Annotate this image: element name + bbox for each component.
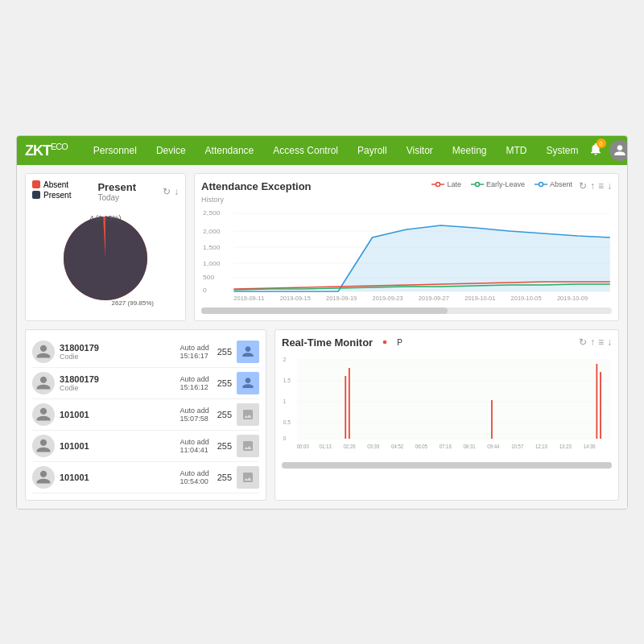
activity-num-2: 255 [217, 378, 232, 388]
svg-text:500: 500 [203, 274, 215, 281]
attendance-scrollbar[interactable] [201, 308, 612, 314]
user-avatar[interactable] [609, 140, 628, 161]
present-legend: Absent Present [32, 180, 71, 200]
svg-text:01:13: 01:13 [320, 443, 332, 448]
present-widget-icons: ↻ ↓ [163, 186, 179, 197]
svg-text:12:10: 12:10 [535, 443, 548, 448]
svg-text:04:52: 04:52 [391, 443, 404, 448]
logo-eco: ECO [51, 142, 68, 151]
attendance-widget: Attendance Exception Late Early-Leave [194, 173, 619, 321]
realtime-scrollbar[interactable] [282, 462, 612, 469]
nav-right: 0 ▾ [588, 140, 628, 161]
chart-icon2[interactable]: ≡ [598, 336, 604, 348]
bell-button[interactable]: 0 [588, 142, 603, 159]
activity-action-5: Auto add 10:54:00 [180, 469, 209, 485]
activity-info-1: 31800179 Codie [60, 343, 175, 361]
activity-id-2: 31800179 [60, 374, 175, 384]
present-title: Present [97, 181, 136, 193]
svg-text:00:00: 00:00 [297, 443, 310, 448]
present-widget-header: Absent Present Present Today [32, 180, 179, 203]
svg-text:2: 2 [283, 356, 287, 361]
nav-access-control[interactable]: Access Control [263, 136, 348, 165]
svg-point-28 [383, 341, 387, 345]
activity-num-5: 255 [217, 473, 232, 482]
legend-present: Present [32, 191, 71, 200]
svg-text:2019-09-27: 2019-09-27 [419, 295, 449, 302]
activity-id-5: 101001 [60, 473, 175, 482]
realtime-widget-header: Real-Time Monitor P ↻ ↑ ≡ ↓ [282, 336, 612, 349]
pie-container: 4 (0.15%) 2627 (99.85%) [53, 206, 158, 311]
nav-attendance[interactable]: Attendance [196, 136, 264, 165]
activity-photo-1 [237, 341, 259, 363]
activity-item-5: 101001 Auto add 10:54:00 255 [32, 462, 259, 493]
nav-items: Personnel Device Attendance Access Contr… [84, 136, 588, 165]
nav-meeting[interactable]: Meeting [443, 136, 497, 165]
nav-personnel[interactable]: Personnel [84, 136, 147, 165]
attendance-widget-header: Attendance Exception Late Early-Leave [201, 180, 612, 192]
present-label: Present [43, 191, 71, 200]
svg-text:2,500: 2,500 [203, 209, 221, 217]
svg-text:2019-10-05: 2019-10-05 [511, 295, 542, 302]
nav-visitor[interactable]: Visitor [397, 136, 443, 165]
svg-text:0: 0 [283, 435, 287, 440]
svg-text:2,000: 2,000 [203, 228, 221, 235]
refresh-icon[interactable]: ↻ [163, 186, 171, 197]
svg-text:06:05: 06:05 [415, 443, 428, 448]
avatar-4 [32, 435, 55, 457]
activity-name-1: Codie [60, 353, 175, 361]
upload-icon2[interactable]: ↑ [590, 336, 595, 348]
pie-absent-label: 4 (0.15%) [89, 214, 121, 222]
svg-text:2019-09-19: 2019-09-19 [326, 295, 357, 302]
download-icon[interactable]: ↓ [174, 186, 179, 197]
action-time-3: 15:07:58 [180, 415, 209, 423]
realtime-widget: Real-Time Monitor P ↻ ↑ ≡ ↓ 2 [275, 329, 619, 501]
activity-item-4: 101001 Auto add 11:04:41 255 [32, 431, 259, 462]
action-label-2: Auto add [180, 375, 209, 383]
activity-photo-3 [237, 403, 259, 426]
early-leave-label: Early-Leave [486, 180, 525, 188]
svg-text:0.5: 0.5 [283, 419, 291, 424]
present-widget: Absent Present Present Today [25, 173, 186, 321]
nav-mtd[interactable]: MTD [497, 136, 537, 165]
realtime-icon [379, 336, 390, 348]
attendance-scrollbar-thumb[interactable] [201, 308, 448, 314]
refresh-icon3[interactable]: ↻ [579, 336, 587, 348]
action-time-2: 15:16:12 [180, 383, 209, 391]
nav-device[interactable]: Device [147, 136, 196, 165]
bell-badge: 0 [597, 138, 606, 148]
action-label-4: Auto add [180, 438, 209, 446]
legend-late: Late [431, 180, 461, 188]
svg-text:03:39: 03:39 [367, 443, 380, 448]
svg-text:08:31: 08:31 [464, 443, 477, 448]
logo: ZKTECO [25, 142, 68, 159]
download-icon2[interactable]: ↓ [607, 180, 612, 192]
activity-id-4: 101001 [60, 441, 175, 451]
activity-photo-2 [237, 372, 259, 394]
svg-text:2019-10-01: 2019-10-01 [464, 295, 495, 302]
svg-text:1,500: 1,500 [203, 244, 221, 251]
nav-payroll[interactable]: Payroll [348, 136, 397, 165]
pie-present-label: 2627 (99.85%) [112, 299, 154, 307]
avatar-2 [32, 372, 55, 394]
chart-icon[interactable]: ≡ [598, 180, 604, 192]
upload-icon[interactable]: ↑ [590, 180, 595, 192]
action-label-5: Auto add [180, 469, 209, 477]
svg-text:2019-09-15: 2019-09-15 [280, 295, 311, 302]
svg-text:09:44: 09:44 [487, 443, 500, 448]
svg-point-2 [436, 183, 440, 187]
activity-num-3: 255 [217, 410, 232, 419]
action-label-3: Auto add [180, 407, 209, 415]
svg-text:1,000: 1,000 [203, 260, 221, 267]
activity-item-3: 101001 Auto add 15:07:58 255 [32, 399, 259, 431]
content: Absent Present Present Today [17, 165, 627, 509]
refresh-icon2[interactable]: ↻ [579, 180, 587, 192]
download-icon3[interactable]: ↓ [607, 336, 612, 348]
action-label-1: Auto add [180, 344, 209, 352]
top-row: Absent Present Present Today [25, 173, 619, 321]
activity-item-1: 31800179 Codie Auto add 15:16:17 255 [32, 336, 259, 368]
avatar-5 [32, 466, 55, 489]
present-dot [32, 191, 40, 199]
realtime-scrollbar-thumb[interactable] [282, 462, 612, 469]
nav-system[interactable]: System [537, 136, 588, 165]
app-container: ZKTECO Personnel Device Attendance Acces… [16, 135, 628, 510]
